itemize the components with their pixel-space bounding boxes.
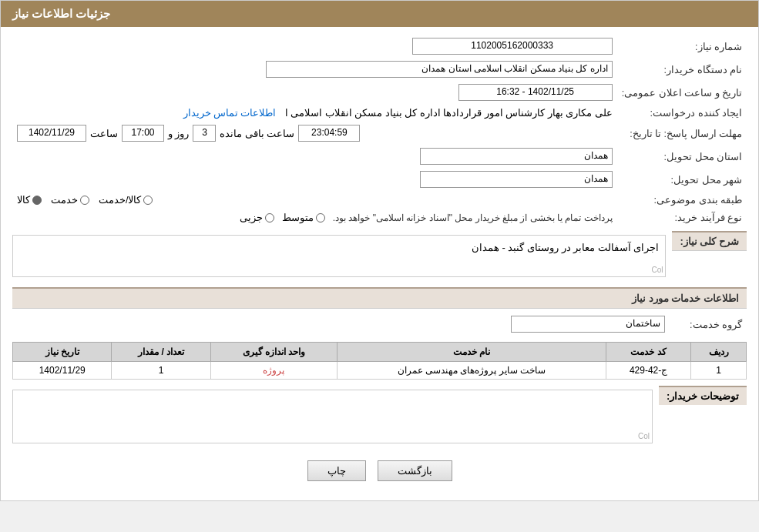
delivery-province-label: استان محل تحویل: (617, 145, 747, 168)
days-box: 3 (193, 125, 216, 142)
radio-medium-icon (316, 213, 325, 223)
buyer-desc-row: توضیحات خریدار: Col (12, 386, 747, 447)
days-label: روز و (168, 128, 189, 139)
page-header: جزئیات اطلاعات نیاز (1, 1, 758, 27)
date-box: 1402/11/29 (17, 125, 86, 142)
need-number-box: 1102005162000333 (412, 38, 613, 55)
purchase-type-minor: جزیی (240, 212, 274, 223)
radio-kala-icon (32, 196, 42, 205)
time-box: 17:00 (122, 125, 164, 142)
need-desc-box: اجرای آسفالت معابر در روستای گنبد - همدا… (12, 235, 666, 277)
delivery-city-value: همدان (12, 168, 617, 191)
service-group-value: ساختمان (12, 313, 670, 336)
purchase-type-medium-label: متوسط (282, 212, 314, 223)
cell-name: ساخت سایر پروژه‌های مهندسی عمران (338, 362, 606, 380)
purchase-type-medium: متوسط (282, 212, 325, 223)
buyer-org-value: اداره کل بنیاد مسکن انقلاب اسلامی استان … (12, 58, 617, 81)
cell-date: 1402/11/29 (13, 362, 112, 380)
radio-khidmat-icon (80, 196, 89, 205)
purchase-type-note: پرداخت تمام یا بخشی از مبلغ خریدار محل "… (333, 212, 613, 223)
col-header-unit: واحد اندازه گیری (210, 343, 337, 362)
buyer-org-label: نام دستگاه خریدار: (617, 58, 747, 81)
cell-code: ج-42-429 (606, 362, 691, 380)
need-desc-label: شرح کلی نیاز: (672, 231, 747, 251)
announce-date-box: 1402/11/25 - 16:32 (458, 84, 613, 101)
service-group-table: گروه خدمت: ساختمان (12, 313, 747, 336)
services-table: ردیف کد خدمت نام خدمت واحد اندازه گیری ت… (12, 342, 747, 380)
delivery-province-box: همدان (420, 148, 613, 165)
service-group-label: گروه خدمت: (670, 313, 747, 336)
category-khidmat-label: خدمت (51, 194, 78, 206)
time-label: ساعت (90, 128, 118, 139)
col-watermark: Col (651, 266, 663, 274)
cell-qty: 1 (112, 362, 210, 380)
announce-date-value: 1402/11/25 - 16:32 (12, 81, 617, 104)
buyer-org-box: اداره کل بنیاد مسکن انقلاب اسلامی استان … (266, 61, 613, 78)
main-content: شماره نیاز: 1102005162000333 نام دستگاه … (1, 27, 758, 500)
need-desc-row: شرح کلی نیاز: اجرای آسفالت معابر در روست… (12, 231, 747, 281)
category-label: طبقه بندی موضوعی: (617, 191, 747, 209)
creator-text: علی مکاری بهار کارشناس امور قراردادها اد… (285, 108, 613, 119)
radio-kala-khidmat-icon (143, 196, 153, 205)
need-desc-text: اجرای آسفالت معابر در روستای گنبد - همدا… (13, 236, 665, 259)
category-value: کالا/خدمت خدمت کالا (12, 191, 617, 209)
category-kala: کالا (17, 194, 42, 206)
buyer-desc-box: Col (12, 390, 653, 443)
reply-deadline-value: 23:04:59 ساعت باقی مانده 3 روز و 17:00 س… (12, 122, 617, 145)
footer-buttons: بازگشت چاپ (12, 451, 747, 493)
delivery-city-label: شهر محل تحویل: (617, 168, 747, 191)
purchase-type-minor-label: جزیی (240, 212, 263, 223)
delivery-province-value: همدان (12, 145, 617, 168)
services-section-title: اطلاعات خدمات مورد نیاز (12, 287, 747, 309)
need-desc-container: اجرای آسفالت معابر در روستای گنبد - همدا… (12, 231, 666, 281)
print-button[interactable]: چاپ (307, 460, 366, 481)
creator-value: علی مکاری بهار کارشناس امور قراردادها اد… (12, 104, 617, 122)
col-watermark-2: Col (638, 432, 650, 440)
col-header-date: تاریخ نیاز (13, 343, 112, 362)
col-header-row: ردیف (691, 343, 747, 362)
purchase-type-label: نوع فرآیند خرید: (617, 209, 747, 226)
buyer-desc-text (13, 390, 652, 403)
category-kala-khidmat: کالا/خدمت (99, 194, 153, 206)
announce-date-label: تاریخ و ساعت اعلان عمومی: (617, 81, 747, 104)
creator-label: ایجاد کننده درخواست: (617, 104, 747, 122)
col-header-qty: تعداد / مقدار (112, 343, 210, 362)
reply-deadline-label: مهلت ارسال پاسخ: تا تاریخ: (617, 122, 747, 145)
creator-link[interactable]: اطلاعات تماس خریدار (183, 108, 277, 119)
need-number-label: شماره نیاز: (617, 35, 747, 58)
col-header-code: کد خدمت (606, 343, 691, 362)
buyer-desc-label: توضیحات خریدار: (659, 386, 747, 405)
page-wrapper: جزئیات اطلاعات نیاز شماره نیاز: 11020051… (0, 0, 759, 501)
info-table: شماره نیاز: 1102005162000333 نام دستگاه … (12, 35, 747, 226)
need-number-value: 1102005162000333 (52, 35, 616, 58)
cell-unit[interactable]: پروژه (210, 362, 337, 380)
table-row: 1 ج-42-429 ساخت سایر پروژه‌های مهندسی عم… (13, 362, 747, 380)
col-header-name: نام خدمت (338, 343, 606, 362)
radio-minor-icon (265, 213, 274, 223)
buyer-desc-container: Col (12, 386, 653, 447)
countdown-box: 23:04:59 (298, 125, 360, 142)
category-khidmat: خدمت (51, 194, 89, 206)
service-group-box: ساختمان (511, 316, 665, 333)
category-kala-label: کالا (17, 194, 30, 206)
page-title: جزئیات اطلاعات نیاز (12, 7, 110, 20)
back-button[interactable]: بازگشت (378, 460, 452, 481)
cell-row: 1 (691, 362, 747, 380)
delivery-city-box: همدان (420, 171, 613, 188)
category-kala-khidmat-label: کالا/خدمت (99, 194, 141, 206)
countdown-label: ساعت باقی مانده (220, 128, 294, 139)
purchase-type-value: پرداخت تمام یا بخشی از مبلغ خریدار محل "… (12, 209, 617, 226)
